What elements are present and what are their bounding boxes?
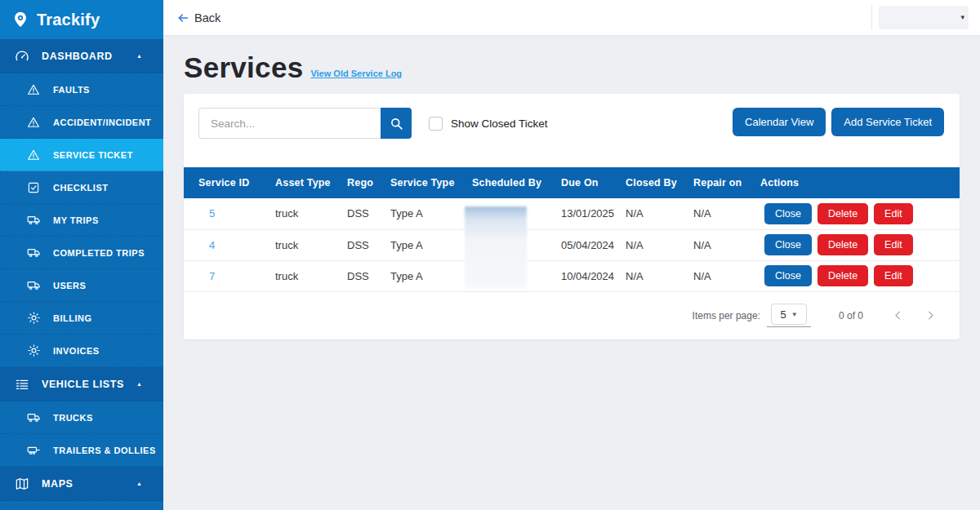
rego-cell: DSS <box>347 207 369 220</box>
sidebar-item-dashboard[interactable]: DASHBOARD▲ <box>0 39 163 73</box>
service-id-link[interactable]: 4 <box>209 239 215 251</box>
services-table: Service IDAsset TypeRegoService TypeSche… <box>184 167 960 292</box>
sidebar-item-my-trips[interactable]: MY TRIPS <box>0 204 163 237</box>
topbar: Back ▾ <box>163 0 980 35</box>
sidebar-item-accident-incident[interactable]: ACCIDENT/INCIDENT <box>0 106 163 139</box>
close-button[interactable]: Close <box>764 265 812 286</box>
rego-cell: DSS <box>347 270 369 282</box>
column-header-closed-by: Closed By <box>626 167 693 198</box>
close-button[interactable]: Close <box>764 234 812 255</box>
back-button[interactable]: Back <box>176 11 220 24</box>
closed-by-cell: N/A <box>626 239 644 251</box>
title-row: Services View Old Service Log <box>184 53 960 82</box>
sidebar-item-label: TRAILERS & DOLLIES <box>53 446 156 455</box>
edit-button[interactable]: Edit <box>874 265 913 286</box>
sidebar-item-label: SERVICE TICKET <box>53 150 133 160</box>
location-pin-icon <box>11 9 29 30</box>
sidebar-item-billing[interactable]: BILLING <box>0 302 163 335</box>
brand-name: Trackify <box>37 11 100 29</box>
services-card: Show Closed Ticket Calendar View Add Ser… <box>184 94 960 339</box>
items-per-page-select-wrap: 5 ▼ <box>767 304 811 327</box>
sidebar-item-label: COMPLETED TRIPS <box>53 248 145 258</box>
column-header-rego: Rego <box>347 167 390 198</box>
sidebar-item-label: BILLING <box>53 313 92 323</box>
edit-button[interactable]: Edit <box>874 234 913 255</box>
service-type-cell: Type A <box>390 207 423 220</box>
back-arrow-icon <box>176 11 189 24</box>
add-service-ticket-button[interactable]: Add Service Ticket <box>831 108 944 136</box>
checkbox-icon[interactable] <box>429 117 443 131</box>
sidebar-item-checklist[interactable]: CHECKLIST <box>0 171 163 204</box>
table-row: 7truckDSSType A10/04/2024N/AN/ACloseDele… <box>184 260 960 291</box>
warning-icon <box>24 148 42 162</box>
table-row: 4truckDSSType A05/04/2024N/AN/ACloseDele… <box>184 229 960 260</box>
table-header-row: Service IDAsset TypeRegoService TypeSche… <box>184 167 960 198</box>
calendar-view-button[interactable]: Calendar View <box>733 108 826 136</box>
sidebar-item-users[interactable]: USERS <box>0 269 163 302</box>
sidebar-item-label: MAPS <box>42 478 74 490</box>
sidebar-item-service-ticket[interactable]: SERVICE TICKET <box>0 139 163 171</box>
view-old-service-log-link[interactable]: View Old Service Log <box>310 69 402 78</box>
page-range-label: 0 of 0 <box>839 310 863 322</box>
chevron-left-icon <box>892 309 904 322</box>
table-row: 5truckDSSType A13/01/2025N/AN/ACloseDele… <box>184 198 960 229</box>
truck-icon <box>24 212 42 228</box>
due-on-cell: 05/04/2024 <box>561 239 614 251</box>
truck-icon <box>24 410 42 425</box>
sidebar-item-label: INVOICES <box>53 346 100 356</box>
column-header-repair-on: Repair on <box>693 167 760 198</box>
service-type-cell: Type A <box>390 239 423 251</box>
sidebar-item-faults[interactable]: FAULTS <box>0 73 163 106</box>
table-body: 5truckDSSType A13/01/2025N/AN/ACloseDele… <box>184 198 960 291</box>
items-per-page-label: Items per page: <box>693 310 760 322</box>
main-area: Back ▾ Services View Old Service Log <box>163 0 980 510</box>
next-page-button[interactable] <box>920 306 940 326</box>
close-button[interactable]: Close <box>764 203 812 224</box>
service-id-link[interactable]: 5 <box>209 207 215 220</box>
due-on-cell: 13/01/2025 <box>561 207 614 220</box>
search-group <box>198 108 412 139</box>
sidebar-item-label: VEHICLE LISTS <box>42 379 124 390</box>
delete-button[interactable]: Delete <box>817 265 868 286</box>
sidebar-item-label: MY TRIPS <box>53 215 99 225</box>
chevron-down-icon: ▾ <box>960 13 964 21</box>
repair-on-cell: N/A <box>693 270 711 282</box>
service-type-cell: Type A <box>390 270 423 282</box>
due-on-cell: 10/04/2024 <box>561 270 614 282</box>
page-content: Services View Old Service Log <box>163 35 980 510</box>
search-input[interactable] <box>198 108 381 139</box>
list-icon <box>13 376 31 392</box>
delete-button[interactable]: Delete <box>817 234 868 255</box>
sidebar-item-label: DASHBOARD <box>42 51 113 62</box>
service-id-link[interactable]: 7 <box>209 270 215 282</box>
pager <box>888 306 940 326</box>
user-name-redacted: ▾ <box>879 6 969 29</box>
sidebar-nav: DASHBOARD▲FAULTSACCIDENT/INCIDENTSERVICE… <box>0 39 163 510</box>
collapse-caret-icon[interactable]: ▲ <box>136 481 142 486</box>
sidebar-item-label: FAULTS <box>53 85 90 95</box>
show-closed-ticket-toggle[interactable]: Show Closed Ticket <box>429 108 548 139</box>
collapse-caret-icon[interactable]: ▲ <box>136 381 142 387</box>
edit-button[interactable]: Edit <box>874 203 913 224</box>
collapse-caret-icon[interactable]: ▲ <box>136 53 142 59</box>
sidebar-item-trailers-dollies[interactable]: TRAILERS & DOLLIES <box>0 434 163 467</box>
back-label: Back <box>194 11 220 24</box>
brand-logo[interactable]: Trackify <box>0 0 163 39</box>
sidebar-item-invoices[interactable]: INVOICES <box>0 335 163 367</box>
sidebar-item-label: TRUCKS <box>53 413 93 423</box>
chevron-down-icon: ▼ <box>791 311 798 318</box>
sidebar-item-vehicle-lists[interactable]: VEHICLE LISTS▲ <box>0 367 163 401</box>
truck-icon <box>24 245 42 260</box>
warning-icon <box>24 115 42 130</box>
items-per-page-select[interactable]: 5 ▼ <box>771 304 807 325</box>
map-icon <box>13 476 31 492</box>
rego-cell: DSS <box>347 239 369 251</box>
sidebar-item-completed-trips[interactable]: COMPLETED TRIPS <box>0 237 163 269</box>
sidebar-item-maps[interactable]: MAPS▲ <box>0 467 163 501</box>
delete-button[interactable]: Delete <box>817 203 868 224</box>
sidebar-item-trucks[interactable]: TRUCKS <box>0 401 163 434</box>
search-button[interactable] <box>381 108 412 139</box>
prev-page-button[interactable] <box>888 306 907 326</box>
sidebar-item-partial[interactable] <box>0 501 163 510</box>
user-menu[interactable]: ▾ <box>871 5 969 30</box>
